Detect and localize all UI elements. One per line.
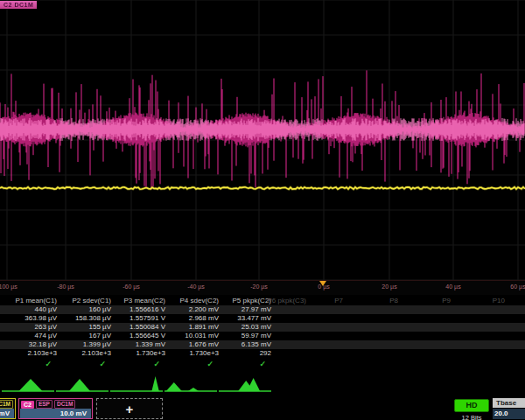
measure-value: 25.03 mV: [0, 323, 271, 332]
channel-descriptor-c1[interactable]: DC1M 10.0 mV: [0, 398, 16, 419]
measure-table[interactable]: P1 mean(C1)P2 sdev(C1)P3 mean(C2)P4 sdev…: [0, 296, 525, 368]
measure-histicon[interactable]: [164, 373, 217, 396]
measure-table-row: 263 µV155 µV1.550084 V1.891 mV25.03 mV: [0, 323, 525, 332]
c1-coupling-badge: DC1M: [0, 400, 13, 409]
measure-value: 27.97 mV: [0, 305, 271, 314]
add-trace-button[interactable]: +: [96, 398, 163, 419]
measure-value: 59.97 mV: [0, 332, 271, 340]
c2-vertical-scale[interactable]: 10.0 mV: [20, 409, 91, 418]
measure-status-check-icon: ✓: [0, 359, 266, 369]
measure-table-row: 363.98 µV158.308 µV1.557591 V2.968 mV33.…: [0, 314, 525, 323]
time-axis-label: 60 µs: [510, 284, 525, 290]
c2-channel-badge: C2: [21, 401, 34, 409]
waveform-traces: [0, 0, 525, 280]
measure-value: 292: [0, 349, 271, 358]
trigger-position-icon[interactable]: [319, 281, 326, 286]
tbase-label: Tbase: [493, 398, 525, 408]
measure-table-row: 32.18 µV1.399 µV1.339 mV1.676 mV6.135 mV: [0, 340, 525, 349]
measure-column-header-inactive[interactable]: P11: [0, 296, 525, 305]
timebase-descriptor[interactable]: Tbase 20.0: [493, 398, 525, 419]
descriptor-bar: DC1M 10.0 mV C2 ESP DC1M 10.0 mV + HD 12…: [0, 397, 525, 420]
plus-icon: +: [126, 402, 134, 416]
c2-esp-badge: ESP: [36, 400, 52, 409]
measure-table-row: 2.103e+32.103e+31.730e+31.730e+3292: [0, 349, 525, 358]
time-axis: -100 µs-80 µs-60 µs-40 µs-20 µs0 µs20 µs…: [0, 280, 525, 295]
measure-table-row: 440 µV160 µV1.556616 V2.200 mV27.97 mV: [0, 305, 525, 314]
c2-coupling-badge: DC1M: [54, 400, 75, 409]
c2-trace-label-badge: C2 DC1M: [0, 1, 37, 9]
measure-histicon[interactable]: [56, 373, 108, 396]
measure-value: 33.477 mV: [0, 314, 271, 323]
time-axis-label: -60 µs: [122, 284, 140, 290]
hd-bits-label: 12 Bits: [454, 414, 489, 420]
measure-table-row: 474 µV167 µV1.556645 V10.031 mV59.97 mV: [0, 332, 525, 340]
histicon-row[interactable]: [0, 373, 525, 396]
channel-descriptor-c2[interactable]: C2 ESP DC1M 10.0 mV: [18, 398, 93, 419]
hd-badge: HD: [454, 399, 489, 412]
time-axis-label: 20 µs: [382, 284, 396, 290]
tbase-value: 20.0: [493, 409, 525, 419]
c1-vertical-scale[interactable]: 10.0 mV: [0, 409, 14, 418]
measure-histicon[interactable]: [2, 373, 54, 396]
time-axis-label: -20 µs: [250, 284, 268, 290]
time-axis-label: -80 µs: [57, 284, 74, 290]
measure-value: 6.135 mV: [0, 340, 271, 349]
hd-indicator[interactable]: HD 12 Bits: [454, 399, 489, 420]
time-axis-label: -40 µs: [187, 284, 205, 290]
time-axis-label: 40 µs: [445, 284, 460, 290]
oscilloscope-screen: C2 DC1M -100 µs-80 µs-60 µs-40 µs-20 µs0…: [0, 0, 525, 420]
measure-histicon[interactable]: [219, 373, 271, 396]
waveform-grid[interactable]: C2 DC1M: [0, 0, 525, 280]
measure-histicon[interactable]: [110, 373, 163, 396]
time-axis-label: -100 µs: [0, 284, 18, 290]
